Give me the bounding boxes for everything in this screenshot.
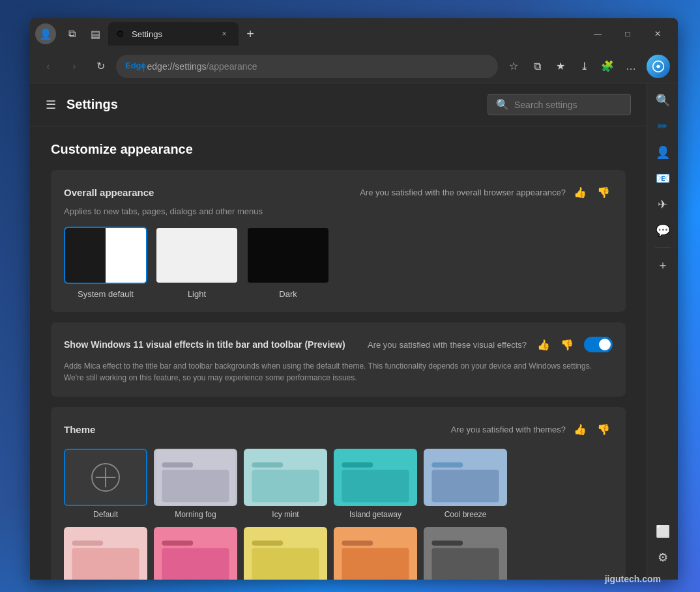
svg-rect-15 (431, 462, 463, 468)
theme-morning-fog-preview[interactable] (154, 449, 237, 506)
theme-morning-fog-svg (155, 450, 236, 505)
sidebar-email-icon[interactable]: 📧 (651, 167, 675, 190)
theme-option-dark[interactable]: Dark (246, 227, 330, 299)
thumbs-down-icon[interactable]: 👎 (594, 183, 613, 201)
theme-thumbs-down-icon[interactable]: 👎 (594, 420, 613, 438)
split-view-icon[interactable]: ⧉ (527, 56, 547, 77)
light-visual (156, 228, 237, 283)
theme-section-title: Theme (64, 424, 451, 435)
back-button[interactable]: ‹ (38, 56, 59, 77)
sidebar-layout-icon[interactable]: ⬜ (651, 520, 675, 543)
theme-sunny-day-preview[interactable] (244, 527, 327, 580)
edge-logo-icon: Edge (125, 61, 137, 72)
theme-island-getaway[interactable]: Island getaway (334, 449, 417, 519)
sidebar-settings-icon[interactable]: ⚙ (651, 546, 675, 569)
theme-cool-breeze-label: Cool breeze (445, 510, 487, 519)
sidebar-menu-icon[interactable]: ☰ (46, 98, 56, 112)
overall-appearance-card: Overall appearance Are you satisfied wit… (51, 170, 626, 312)
forward-button[interactable]: › (64, 56, 85, 77)
theme-silky-pink-preview[interactable] (64, 527, 147, 580)
system-default-preview[interactable] (64, 227, 147, 284)
dark-label: Dark (279, 289, 297, 299)
svg-rect-6 (162, 462, 193, 468)
effects-title: Show Windows 11 visual effects in title … (64, 339, 360, 350)
svg-rect-30 (431, 541, 463, 546)
dark-preview[interactable] (246, 227, 330, 284)
maximize-button[interactable]: □ (613, 23, 643, 44)
theme-default-svg (65, 450, 146, 505)
theme-dark-stormy-preview[interactable] (424, 527, 507, 580)
browser-window: 👤 ⧉ ▤ ⚙ Settings × + — □ ✕ ‹ › ↻ Edge | … (30, 18, 678, 580)
more-button[interactable]: … (620, 56, 641, 77)
theme-mango-paradise[interactable]: Mango paradise (334, 527, 417, 580)
copilot-button[interactable] (647, 55, 670, 78)
downloads-icon[interactable]: ⤓ (574, 56, 594, 77)
effects-thumbs-down-icon[interactable]: 👎 (558, 335, 576, 354)
svg-rect-12 (342, 462, 373, 468)
theme-option-light[interactable]: Light (155, 227, 239, 299)
theme-sunny-day[interactable]: Sunny day (244, 527, 327, 580)
theme-dark-stormy-svg (425, 528, 506, 580)
favorites-icon[interactable]: ☆ (503, 56, 524, 77)
effects-row: Show Windows 11 visual effects in title … (64, 335, 613, 384)
svg-rect-10 (252, 470, 319, 503)
theme-cool-breeze-preview[interactable] (424, 449, 507, 506)
theme-cool-breeze[interactable]: Cool breeze (424, 449, 507, 519)
sidebar-search-icon[interactable]: 🔍 (651, 89, 675, 112)
window-controls: — □ ✕ (583, 23, 673, 44)
system-default-visual (65, 228, 146, 283)
overall-appearance-header: Overall appearance Are you satisfied wit… (64, 183, 613, 201)
sidebar-user-icon[interactable]: 👤 (651, 141, 675, 164)
address-bar: ‹ › ↻ Edge | edge://settings/appearance … (30, 49, 678, 83)
win11-effects-toggle[interactable] (584, 337, 613, 352)
profile-avatar[interactable]: 👤 (35, 23, 56, 44)
favorites-bar-icon[interactable]: ★ (550, 56, 571, 77)
light-preview[interactable] (155, 227, 239, 284)
theme-silky-pink[interactable]: Silky pink (64, 527, 147, 580)
sidebar-divider (655, 247, 671, 248)
theme-default-preview[interactable] (64, 449, 147, 506)
sidebar-messenger-icon[interactable]: 💬 (651, 219, 675, 242)
sidebar-add-icon[interactable]: ＋ (651, 253, 675, 277)
theme-bubblegum-svg (155, 528, 236, 580)
theme-option-system-default[interactable]: System default (64, 227, 147, 299)
sidebar-right: 🔍 ✏ 👤 📧 ✈ 💬 ＋ ⬜ ⚙ (647, 83, 678, 580)
settings-tab[interactable]: ⚙ Settings × (108, 22, 239, 46)
new-tab-button[interactable]: + (240, 23, 261, 44)
vertical-tabs-icon[interactable]: ▤ (85, 23, 106, 44)
refresh-button[interactable]: ↻ (90, 56, 111, 77)
overall-feedback: 👍 👎 (571, 183, 613, 201)
theme-dark-stormy[interactable]: Dark & stormy (424, 527, 507, 580)
theme-bubblegum[interactable]: Bubblegum (154, 527, 237, 580)
address-separator: | (142, 61, 147, 72)
theme-thumbs-up-icon[interactable]: 👍 (571, 420, 589, 438)
theme-icy-mint-preview[interactable] (244, 449, 327, 506)
overall-theme-options: System default Light (64, 227, 613, 299)
minimize-button[interactable]: — (583, 23, 613, 44)
extensions-icon[interactable]: 🧩 (597, 56, 618, 77)
svg-rect-18 (72, 541, 103, 546)
theme-icy-mint[interactable]: Icy mint (244, 449, 327, 519)
theme-island-getaway-preview[interactable] (334, 449, 417, 506)
svg-rect-21 (162, 541, 193, 546)
effects-thumbs-up-icon[interactable]: 👍 (534, 335, 553, 354)
address-input[interactable]: Edge | edge://settings/appearance (116, 55, 498, 78)
tab-close-button[interactable]: × (218, 27, 231, 40)
overall-appearance-title: Overall appearance (64, 187, 360, 198)
settings-search-box[interactable]: 🔍 (488, 94, 631, 115)
close-button[interactable]: ✕ (643, 23, 673, 44)
sidebar-bottom: ⬜ ⚙ (651, 520, 675, 574)
sidebar-travel-icon[interactable]: ✈ (651, 193, 675, 216)
theme-default[interactable]: Default (64, 449, 147, 519)
tab-switch-icon[interactable]: ⧉ (61, 23, 82, 44)
theme-bubblegum-preview[interactable] (154, 527, 237, 580)
sidebar-edit-icon[interactable]: ✏ (651, 115, 675, 138)
settings-search-input[interactable] (514, 100, 622, 110)
search-icon: 🔍 (496, 98, 509, 111)
theme-morning-fog[interactable]: Morning fog (154, 449, 237, 519)
svg-rect-25 (252, 548, 319, 580)
theme-mango-paradise-preview[interactable] (334, 527, 417, 580)
appearance-content: Customize appearance Overall appearance … (30, 126, 647, 580)
theme-card: Theme Are you satisfied with themes? 👍 👎 (51, 407, 626, 580)
thumbs-up-icon[interactable]: 👍 (571, 183, 589, 201)
